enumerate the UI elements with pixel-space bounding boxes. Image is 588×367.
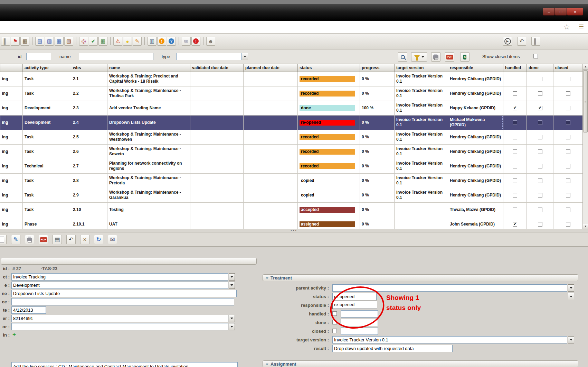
close-button[interactable]: × xyxy=(567,8,583,16)
table-row[interactable]: ingDevelopment2.3Add vendor Trading Name… xyxy=(0,101,583,115)
handled-checkbox[interactable] xyxy=(513,222,517,227)
closed-checkbox[interactable] xyxy=(566,222,570,227)
column-header-handled[interactable]: handled xyxy=(503,64,527,72)
target-version-input[interactable] xyxy=(332,336,567,343)
done-checkbox[interactable] xyxy=(538,120,542,125)
idea-icon[interactable]: ● xyxy=(123,37,132,46)
table-row[interactable]: ingDevelopment2.4Dropdown Lists Updatere… xyxy=(0,115,583,130)
done-checkbox[interactable] xyxy=(332,320,337,324)
scrollbar-thumb[interactable]: ≡ xyxy=(583,70,588,132)
author-field-dropdown-button[interactable] xyxy=(229,323,235,330)
type-field-input[interactable] xyxy=(11,282,228,289)
undo-icon[interactable]: ↶ xyxy=(66,235,76,244)
minimize-button[interactable]: – xyxy=(543,8,555,16)
clipped-icon[interactable]: ▌ xyxy=(1,37,10,46)
parent-activity-dropdown-button[interactable] xyxy=(568,284,574,292)
table-icon[interactable]: ▦ xyxy=(55,37,64,46)
name-field-input[interactable] xyxy=(11,290,237,297)
mail-icon[interactable]: ✉ xyxy=(108,235,117,244)
type-dropdown-button[interactable] xyxy=(242,53,248,60)
handled-checkbox[interactable] xyxy=(513,91,517,96)
add-icon[interactable]: + xyxy=(12,331,16,337)
undo-icon[interactable]: ↶ xyxy=(517,37,526,46)
help-icon[interactable]: ? xyxy=(167,37,176,46)
error-icon[interactable]: ! xyxy=(191,37,200,46)
form-icon[interactable]: ▥ xyxy=(45,37,54,46)
table-row[interactable]: ingTask2.9Workshop & Training: Maintenan… xyxy=(0,188,583,202)
done-checkbox[interactable] xyxy=(538,77,542,81)
treatment-section-header[interactable]: Treatment xyxy=(263,274,578,281)
status-dropdown-button[interactable] xyxy=(568,293,574,300)
handled-checkbox[interactable] xyxy=(513,149,517,154)
table-row[interactable]: ingTask2.6Workshop & Training: Maintenan… xyxy=(0,144,583,159)
print-icon[interactable] xyxy=(431,52,440,62)
column-header-status[interactable]: status xyxy=(298,64,360,72)
done-checkbox[interactable] xyxy=(538,178,542,183)
comment-icon[interactable]: ✎ xyxy=(133,37,142,46)
column-header-target-version[interactable]: target version xyxy=(395,64,448,72)
assignment-section-header[interactable]: Assignment xyxy=(263,360,578,367)
handled-checkbox[interactable] xyxy=(513,193,517,198)
closed-checkbox[interactable] xyxy=(332,329,337,333)
closed-date-input[interactable] xyxy=(341,328,378,335)
edit-icon[interactable]: ✎ xyxy=(11,235,20,244)
flag-icon[interactable]: ⚑ xyxy=(11,37,20,46)
closed-checkbox[interactable] xyxy=(566,77,570,81)
details-section-header[interactable] xyxy=(1,258,257,265)
result-input[interactable] xyxy=(332,345,453,352)
handled-date-input[interactable] xyxy=(341,310,378,318)
search-icon[interactable] xyxy=(398,52,407,62)
calendar-icon[interactable]: ▦ xyxy=(20,37,29,46)
handled-checkbox[interactable] xyxy=(332,311,337,316)
done-checkbox[interactable] xyxy=(538,193,542,198)
handled-checkbox[interactable] xyxy=(513,208,517,212)
table-row[interactable]: ingTask2.1Workshop & Training: Precinct … xyxy=(0,72,583,86)
pdf-icon[interactable]: PDF xyxy=(445,52,454,62)
handled-checkbox[interactable] xyxy=(513,106,517,110)
column-header-validated-due-date[interactable]: validated due date xyxy=(190,64,244,72)
project-field-input[interactable] xyxy=(11,273,228,281)
status-dropdown-option[interactable]: re-opened xyxy=(333,301,377,308)
done-checkbox[interactable] xyxy=(538,149,542,154)
table-row[interactable]: ingTask2.8Workshop & Training: Maintenan… xyxy=(0,173,583,188)
alert-icon[interactable]: ! xyxy=(157,37,166,46)
bookmark-star-icon[interactable]: ☆ xyxy=(563,23,570,31)
maximize-button[interactable]: □ xyxy=(555,8,567,16)
column-header-progress[interactable]: progress xyxy=(360,64,395,72)
new-page-icon[interactable] xyxy=(0,235,7,244)
column-header-planned-due-date[interactable]: planned due date xyxy=(244,64,298,72)
number-field-input[interactable] xyxy=(11,315,228,322)
filter-icon[interactable] xyxy=(411,52,427,62)
report-icon[interactable]: ▤ xyxy=(35,37,44,46)
handled-checkbox[interactable] xyxy=(513,77,517,81)
show-closed-checkbox[interactable] xyxy=(533,54,538,58)
pdf-icon[interactable]: PDF xyxy=(39,235,48,244)
excel-icon[interactable]: X xyxy=(460,52,470,62)
approve-icon[interactable]: ✔ xyxy=(89,37,98,46)
table-row[interactable]: ingTask2.5Workshop & Training: Maintenan… xyxy=(0,130,583,144)
send-icon[interactable]: ✉ xyxy=(182,37,191,46)
schedule-icon[interactable]: ▦ xyxy=(98,37,107,46)
closed-checkbox[interactable] xyxy=(566,178,570,183)
column-header-tracker[interactable] xyxy=(0,64,23,72)
type-field-dropdown-button[interactable] xyxy=(229,282,235,289)
vertical-scrollbar[interactable]: ▲ ≡ ▼ xyxy=(582,64,588,229)
status-input[interactable] xyxy=(332,293,377,300)
handled-checkbox[interactable] xyxy=(513,135,517,139)
column-header-name[interactable]: name xyxy=(107,64,190,72)
warning-icon[interactable]: ⚠ xyxy=(113,37,122,46)
presentation-icon[interactable]: ▥ xyxy=(148,37,157,46)
pane-splitter[interactable]: ··· xyxy=(0,229,588,232)
done-checkbox[interactable] xyxy=(538,106,542,110)
closed-checkbox[interactable] xyxy=(566,135,570,139)
closed-checkbox[interactable] xyxy=(566,120,570,125)
clipped-right-icon[interactable]: ▌ xyxy=(531,37,540,46)
closed-checkbox[interactable] xyxy=(566,106,570,110)
reference-field-input[interactable] xyxy=(11,298,234,305)
table-row[interactable]: ingTechnical2.7Planning for network conn… xyxy=(0,159,583,173)
scroll-up-button[interactable]: ▲ xyxy=(583,64,588,70)
note-input[interactable] xyxy=(11,362,238,367)
refresh-icon[interactable]: ↻ xyxy=(94,235,103,244)
number-field-dropdown-button[interactable] xyxy=(229,315,235,322)
closed-checkbox[interactable] xyxy=(566,193,570,198)
